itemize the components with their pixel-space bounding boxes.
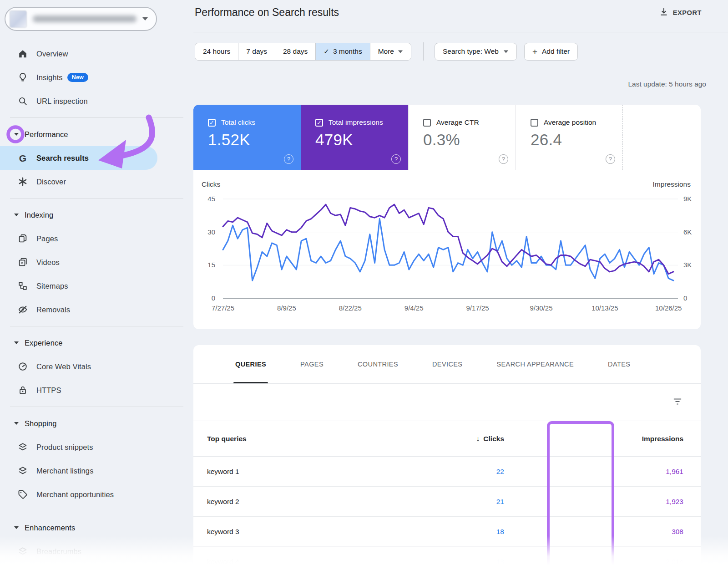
impressions-cell[interactable]: 1,961 <box>611 468 701 476</box>
sidebar-item-overview[interactable]: Overview <box>0 42 193 66</box>
sidebar-item-discover[interactable]: Discover <box>0 170 193 193</box>
help-icon[interactable]: ? <box>499 154 508 164</box>
sidebar-item-pages[interactable]: Pages <box>0 227 193 250</box>
performance-line-chart: 459K306K153K00ClicksImpressions7/27/258/… <box>193 173 701 326</box>
table-row[interactable]: keyword 3 18 308 <box>193 517 701 547</box>
table-row[interactable]: keyword 1 22 1,961 <box>193 457 701 487</box>
x-axis-tick: 9/4/25 <box>404 304 424 312</box>
sidebar-item-label: Overview <box>36 50 68 58</box>
help-icon[interactable]: ? <box>284 154 293 164</box>
left-axis-tick: 45 <box>207 195 215 203</box>
download-icon <box>659 7 668 18</box>
metric-card-average-ctr[interactable]: Average CTR 0.3% ? <box>408 105 516 170</box>
metric-value: 479K <box>315 131 408 149</box>
property-selector[interactable] <box>5 7 157 31</box>
queries-table-panel: QUERIESPAGESCOUNTRIESDEVICESSEARCH APPEA… <box>193 345 701 565</box>
sidebar-item-search-results[interactable]: G Search results <box>0 146 193 170</box>
sidebar-section-experience[interactable]: Experience <box>0 331 193 355</box>
tab-devices[interactable]: DEVICES <box>432 345 462 383</box>
add-filter-button[interactable]: + Add filter <box>524 43 578 61</box>
help-icon[interactable]: ? <box>606 154 615 164</box>
sidebar-item-label: Removals <box>36 305 70 314</box>
sidebar-section-enhancements[interactable]: Enhancements <box>0 516 193 540</box>
search-type-button[interactable]: Search type: Web <box>435 43 517 61</box>
clicks-cell[interactable]: 13 <box>459 558 504 565</box>
date-range-label: 7 days <box>246 47 267 56</box>
left-axis-tick: 15 <box>207 261 215 269</box>
metric-value: 26.4 <box>531 131 622 149</box>
clicks-cell[interactable]: 22 <box>459 468 504 476</box>
left-axis-tick: 30 <box>207 228 215 236</box>
impressions-cell[interactable]: 2,014 <box>611 558 701 565</box>
layers-icon <box>17 442 28 452</box>
metric-label: Average CTR <box>436 118 479 127</box>
clicks-cell[interactable]: 18 <box>459 528 504 536</box>
tab-search-appearance[interactable]: SEARCH APPEARANCE <box>496 345 574 383</box>
date-range-7-days[interactable]: 7 days <box>238 43 275 60</box>
right-axis-tick: 9K <box>683 195 692 203</box>
x-axis-tick: 8/22/25 <box>339 304 362 312</box>
sidebar-item-removals[interactable]: Removals <box>0 298 193 321</box>
date-range-3-months[interactable]: ✓3 months <box>316 43 370 60</box>
chevron-down-icon <box>12 341 21 344</box>
tab-countries[interactable]: COUNTRIES <box>358 345 398 383</box>
line-series-total-impressions <box>223 204 673 274</box>
tab-dates[interactable]: DATES <box>608 345 630 383</box>
date-range-more[interactable]: More <box>370 43 411 60</box>
unchecked-checkbox[interactable] <box>531 119 538 127</box>
table-header-row: Top queries ↓ Clicks Impressions <box>193 421 701 457</box>
date-range-24-hours[interactable]: 24 hours <box>195 43 238 60</box>
tag-icon <box>17 489 28 499</box>
sidebar-item-breadcrumbs[interactable]: Breadcrumbs <box>0 540 193 563</box>
asterisk-icon <box>17 177 28 187</box>
clicks-cell[interactable]: 21 <box>459 498 504 506</box>
home-icon <box>17 49 28 59</box>
sidebar-item-merchant-opportunities[interactable]: Merchant opportunities <box>0 483 193 506</box>
column-header-impressions[interactable]: Impressions <box>611 435 701 443</box>
sidebar-item-core-web-vitals[interactable]: Core Web Vitals <box>0 355 193 378</box>
tab-queries[interactable]: QUERIES <box>235 345 266 383</box>
filter-icon[interactable] <box>672 397 682 408</box>
impressions-cell[interactable]: 308 <box>611 528 701 536</box>
layers-icon <box>17 466 28 476</box>
date-range-28-days[interactable]: 28 days <box>275 43 316 60</box>
x-axis-tick: 8/9/25 <box>277 304 296 312</box>
impressions-cell[interactable]: 1,923 <box>611 498 701 506</box>
column-header-top-queries[interactable]: Top queries <box>193 435 459 443</box>
left-axis-title: Clicks <box>202 180 221 188</box>
new-badge: New <box>67 73 88 82</box>
plus-icon: + <box>532 47 537 56</box>
sidebar-item-url-inspection[interactable]: URL inspection <box>0 89 193 113</box>
sidebar-item-merchant-listings[interactable]: Merchant listings <box>0 459 193 483</box>
table-row[interactable]: keyword 4 13 2,014 <box>193 547 701 565</box>
sidebar-section-shopping[interactable]: Shopping <box>0 412 193 435</box>
help-icon[interactable]: ? <box>391 154 401 164</box>
performance-chart-panel: ✓ Total clicks 1.52K ? ✓ Total impressio… <box>193 105 701 329</box>
tab-pages[interactable]: PAGES <box>300 345 324 383</box>
right-axis-tick: 0 <box>683 294 687 302</box>
sidebar-item-https[interactable]: HTTPS <box>0 378 193 402</box>
sidebar-item-insights[interactable]: InsightsNew <box>0 66 193 89</box>
metric-value: 0.3% <box>423 131 516 149</box>
table-row[interactable]: keyword 2 21 1,923 <box>193 487 701 517</box>
sidebar-item-product-snippets[interactable]: Product snippets <box>0 435 193 459</box>
query-cell: keyword 1 <box>193 468 459 476</box>
sidebar-section-label: Indexing <box>25 211 53 219</box>
sidebar-section-performance[interactable]: Performance <box>0 122 193 146</box>
export-button[interactable]: EXPORT <box>659 7 702 18</box>
sidebar-item-label: Breadcrumbs <box>36 547 81 556</box>
sidebar-item-sitemaps[interactable]: Sitemaps <box>0 274 193 298</box>
sidebar-section-indexing[interactable]: Indexing <box>0 203 193 227</box>
table-body: keyword 1 22 1,961keyword 2 21 1,923keyw… <box>193 457 701 565</box>
checked-checkbox[interactable]: ✓ <box>208 119 216 127</box>
sidebar-item-videos[interactable]: Videos <box>0 250 193 274</box>
unchecked-checkbox[interactable] <box>423 119 431 127</box>
checked-checkbox[interactable]: ✓ <box>315 119 323 127</box>
column-header-clicks[interactable]: ↓ Clicks <box>459 435 504 443</box>
metric-card-total-impressions[interactable]: ✓ Total impressions 479K ? <box>301 105 408 170</box>
metric-card-total-clicks[interactable]: ✓ Total clicks 1.52K ? <box>193 105 301 170</box>
x-axis-tick: 7/27/25 <box>212 304 234 312</box>
table-filter-row <box>193 384 701 421</box>
query-cell: keyword 4 <box>193 558 459 565</box>
metric-card-average-position[interactable]: Average position 26.4 ? <box>516 105 623 170</box>
